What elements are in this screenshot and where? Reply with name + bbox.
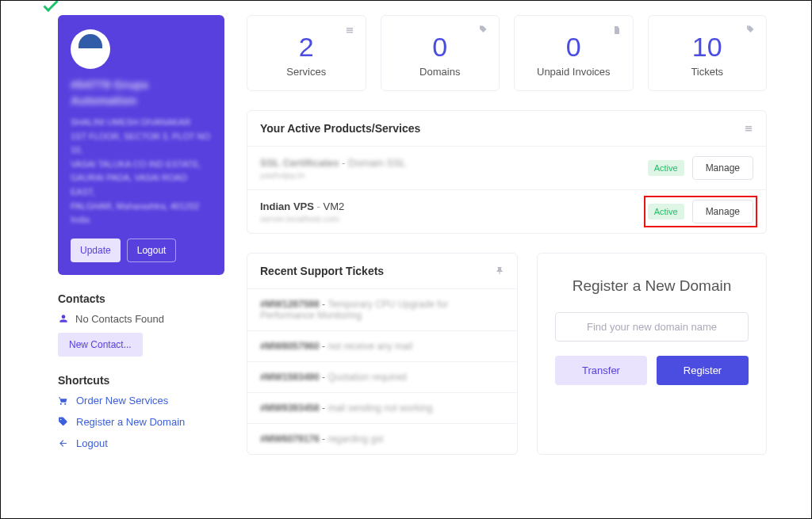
register-domain-panel: Register a New Domain Transfer Register	[537, 253, 767, 455]
arrow-left-icon	[58, 438, 68, 448]
stat-domains[interactable]: 0 Domains	[381, 15, 500, 91]
ticket-icon	[745, 25, 755, 35]
active-products-heading: Your Active Products/Services	[260, 122, 420, 135]
stat-tickets[interactable]: 10 Tickets	[648, 15, 768, 91]
profile-address: SHALINI UMESH DIVANAKAR 1ST FLOOR, SECTO…	[71, 116, 212, 227]
contacts-heading: Contacts	[58, 292, 224, 305]
register-domain-title: Register a New Domain	[555, 277, 749, 295]
ticket-row[interactable]: #MW9393458 - mail sending not working	[247, 392, 517, 423]
transfer-button[interactable]: Transfer	[555, 356, 647, 385]
tag-icon	[478, 25, 488, 35]
domain-search-input[interactable]	[555, 312, 749, 342]
logout-button[interactable]: Logout	[127, 239, 177, 262]
cart-icon	[58, 395, 68, 406]
service-row: Indian VPS - VM2 server.localhost.com Ac…	[247, 189, 766, 233]
new-contact-button[interactable]: New Contact...	[58, 333, 143, 357]
manage-button[interactable]: Manage	[692, 200, 753, 223]
stack-icon	[345, 25, 354, 35]
shortcut-order-services[interactable]: Order New Services	[58, 395, 224, 406]
tag-icon	[58, 417, 68, 427]
person-icon	[58, 313, 69, 324]
contacts-empty: No Contacts Found	[58, 313, 224, 325]
manage-button[interactable]: Manage	[692, 156, 753, 180]
profile-name: #54779 Grups Automation	[71, 77, 212, 108]
shortcut-logout[interactable]: Logout	[58, 437, 224, 449]
status-badge: Active	[648, 160, 684, 176]
status-badge: Active	[648, 204, 684, 219]
shortcuts-heading: Shortcuts	[58, 374, 224, 387]
ticket-row[interactable]: #MW6079176 - regarding gst	[247, 423, 517, 454]
update-button[interactable]: Update	[71, 239, 121, 262]
file-icon	[612, 25, 622, 35]
stat-services[interactable]: 2 Services	[247, 15, 366, 91]
stat-invoices[interactable]: 0 Unpaid Invoices	[514, 15, 634, 91]
tickets-panel: Recent Support Tickets #MW1287598 - Temp…	[247, 253, 518, 455]
menu-icon[interactable]	[744, 124, 753, 133]
service-row: SSL Certificates - Domain SSL yashvijay.…	[247, 146, 766, 189]
avatar	[71, 29, 110, 69]
shortcut-register-domain[interactable]: Register a New Domain	[58, 416, 224, 428]
pin-icon[interactable]	[495, 266, 504, 276]
register-button[interactable]: Register	[657, 356, 749, 385]
ticket-row[interactable]: #MW1287598 - Temporary CPU Upgrade for P…	[247, 288, 517, 330]
active-products-panel: Your Active Products/Services SSL Certif…	[247, 110, 767, 234]
highlighted-manage-area: Active Manage	[644, 196, 757, 227]
tickets-heading: Recent Support Tickets	[260, 265, 384, 277]
ticket-row[interactable]: #MW1593490 - Quotation required	[247, 361, 517, 392]
profile-card: #54779 Grups Automation SHALINI UMESH DI…	[58, 15, 224, 275]
ticket-row[interactable]: #MW8057960 - not receive any mail	[247, 330, 517, 361]
